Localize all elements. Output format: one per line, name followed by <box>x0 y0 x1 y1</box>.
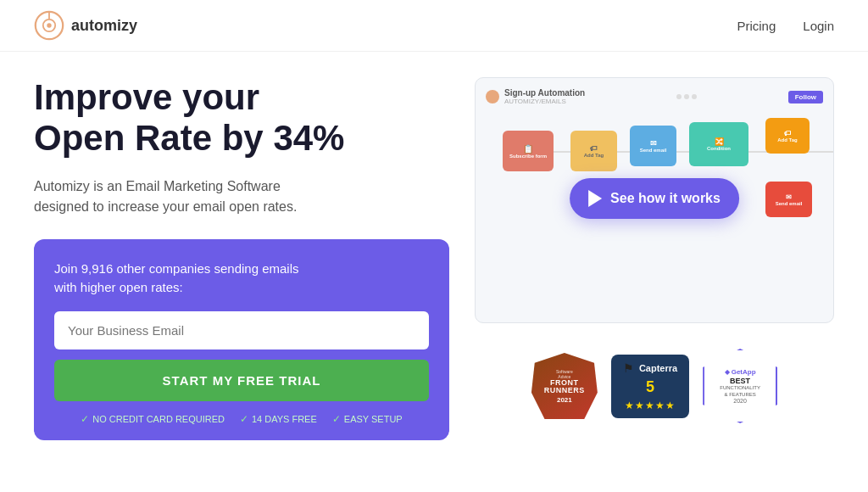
preview-dots <box>676 94 697 99</box>
play-overlay[interactable]: See how it works <box>570 178 739 219</box>
preview-dot-1 <box>676 94 682 99</box>
play-text: See how it works <box>610 191 721 206</box>
app-preview: Sign-up Automation AUTOMIZY/EMAILS Follo… <box>475 77 834 323</box>
footnote-easy-setup: ✓ EASY SETUP <box>332 413 403 425</box>
badge-software-advice: SoftwareAdvice FRONTRUNNERS 2021 <box>531 353 598 419</box>
cta-box: Join 9,916 other companies sending email… <box>34 239 449 440</box>
badge-getapp: ◆ GetApp BEST FUNCTIONALITY& FEATURES 20… <box>703 349 777 423</box>
wf-node-email2: ✉ Send email <box>765 182 812 217</box>
svg-point-2 <box>47 23 51 27</box>
badges-row: SoftwareAdvice FRONTRUNNERS 2021 ⚑ Capte… <box>475 340 834 432</box>
wf-node-addtag1: 🏷 Add Tag <box>570 131 617 171</box>
check-icon-2: ✓ <box>240 413 248 425</box>
wf-node-subscribe: 📋 Subscribe form <box>503 131 554 171</box>
footnote-14-days: ✓ 14 DAYS FREE <box>240 413 317 425</box>
headline: Improve your Open Rate by 34% <box>34 77 449 159</box>
preview-follow-btn[interactable]: Follow <box>788 91 823 103</box>
check-icon-1: ✓ <box>81 413 89 425</box>
preview-logo-circle <box>486 90 499 103</box>
nav-pricing[interactable]: Pricing <box>737 19 776 33</box>
badge-sa-year: 2021 <box>557 396 572 404</box>
preview-dot-2 <box>684 94 689 99</box>
subheadline: Automizy is an Email Marketing Softwared… <box>34 176 449 217</box>
nav-login[interactable]: Login <box>803 19 834 33</box>
footnote-no-cc: ✓ NO CREDIT CARD REQUIRED <box>81 413 225 425</box>
getapp-sub: FUNCTIONALITY& FEATURES <box>720 385 760 397</box>
badge-sa-top: SoftwareAdvice <box>556 369 573 379</box>
capterra-flag-icon: ⚑ <box>623 361 634 375</box>
getapp-top-row: ◆ GetApp <box>725 368 756 376</box>
preview-title-area: Sign-up Automation AUTOMIZY/EMAILS <box>504 88 585 105</box>
headline-line1: Improve your <box>34 77 259 117</box>
getapp-diamond-icon: ◆ <box>725 368 730 376</box>
preview-top-bar: Sign-up Automation AUTOMIZY/EMAILS Follo… <box>486 88 823 105</box>
logo: automizy <box>34 10 137 41</box>
check-icon-3: ✓ <box>332 413 341 425</box>
preview-dot-3 <box>692 94 697 99</box>
header: automizy Pricing Login <box>0 0 868 52</box>
left-column: Improve your Open Rate by 34% Automizy i… <box>34 77 449 440</box>
capterra-top-row: ⚑ Capterra <box>623 361 677 375</box>
main-content: Improve your Open Rate by 34% Automizy i… <box>0 52 868 457</box>
getapp-brand: GetApp <box>732 368 756 376</box>
cta-footnotes: ✓ NO CREDIT CARD REQUIRED ✓ 14 DAYS FREE… <box>54 413 429 425</box>
workflow-area: 📋 Subscribe form 🏷 Add Tag ✉ Send email … <box>486 114 823 283</box>
play-icon <box>588 190 602 207</box>
capterra-label: Capterra <box>639 363 677 373</box>
wf-node-addtag2: 🏷 Add Tag <box>765 118 810 154</box>
getapp-year: 2020 <box>733 398 747 404</box>
right-column: Sign-up Automation AUTOMIZY/EMAILS Follo… <box>475 77 834 440</box>
wf-node-email1: ✉ Send email <box>630 126 676 166</box>
preview-title: Sign-up Automation <box>504 88 585 98</box>
join-text: Join 9,916 other companies sending email… <box>54 260 429 298</box>
capterra-score: 5 <box>646 378 654 396</box>
logo-text: automizy <box>71 17 137 35</box>
getapp-best: BEST <box>730 377 750 385</box>
headline-line2: Open Rate by 34% <box>34 118 344 158</box>
capterra-stars: ★★★★★ <box>625 400 676 411</box>
preview-logo-row: Sign-up Automation AUTOMIZY/EMAILS <box>486 88 585 105</box>
main-nav: Pricing Login <box>737 19 834 33</box>
preview-subtitle: AUTOMIZY/EMAILS <box>504 98 585 105</box>
wf-node-condition: 🔀 Condition <box>689 122 748 166</box>
email-input[interactable] <box>54 311 429 349</box>
automizy-logo-icon <box>34 10 64 41</box>
badge-sa-mid: FRONTRUNNERS <box>544 379 585 394</box>
badge-capterra: ⚑ Capterra 5 ★★★★★ <box>611 355 689 418</box>
trial-button[interactable]: START MY FREE TRIAL <box>54 360 429 401</box>
